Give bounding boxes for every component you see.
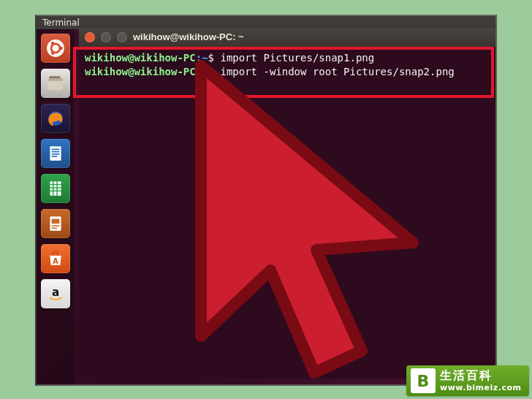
terminal-window-title: wikihow@wikihow-PC: ~ [133, 31, 244, 44]
launcher-firefox[interactable] [41, 104, 70, 133]
panel-app-title: Terminal [42, 18, 80, 28]
prompt-path: ~ [202, 66, 208, 77]
prompt-user: wikihow@wikihow-PC [85, 66, 196, 77]
prompt-dollar: $ [208, 52, 221, 64]
watermark-logo: B [411, 368, 436, 393]
svg-point-4 [51, 51, 55, 55]
svg-point-2 [59, 47, 63, 50]
files-icon [46, 74, 65, 93]
launcher-software[interactable]: A [41, 244, 70, 273]
svg-rect-11 [52, 151, 60, 153]
prompt-sep: : [196, 52, 202, 64]
terminal-titlebar: wikihow@wikihow-PC: ~ [79, 28, 495, 47]
prompt-path: ~ [202, 52, 208, 64]
svg-text:a: a [52, 286, 59, 299]
launcher-impress[interactable] [41, 209, 70, 238]
command-text: import -window root Pictures/snap2.png [220, 66, 454, 77]
svg-point-3 [51, 42, 55, 45]
launcher-writer[interactable] [41, 139, 70, 168]
prompt-sep: : [196, 66, 202, 77]
svg-rect-12 [52, 153, 60, 155]
window-minimize-icon[interactable] [101, 32, 111, 42]
launcher-amazon[interactable]: a [41, 279, 70, 308]
document-icon [46, 144, 65, 163]
amazon-icon: a [46, 284, 65, 303]
svg-rect-7 [48, 79, 63, 81]
svg-rect-18 [52, 227, 58, 229]
svg-rect-14 [50, 181, 61, 196]
terminal-output[interactable]: wikihow@wikihow-PC:~$ import Pictures/sn… [79, 47, 495, 83]
screenshot-frame: Terminal [35, 15, 497, 386]
unity-launcher: A a [37, 29, 75, 384]
watermark: B 生活百科 www.bimeiz.com [406, 365, 529, 396]
spreadsheet-icon [46, 179, 65, 198]
terminal-window[interactable]: wikihow@wikihow-PC: ~ wikihow@wikihow-PC… [79, 28, 495, 379]
svg-rect-17 [52, 225, 60, 227]
prompt-user: wikihow@wikihow-PC [85, 52, 196, 64]
launcher-files[interactable] [41, 69, 70, 98]
presentation-icon [46, 214, 65, 233]
watermark-title: 生活百科 [440, 370, 521, 381]
desktop-work-area: A a wikihow@wikihow-PC: ~ wikihow@wikiho… [37, 29, 495, 384]
window-close-icon[interactable] [85, 32, 95, 42]
ubuntu-icon [46, 39, 65, 58]
prompt-dollar: $ [208, 66, 221, 77]
launcher-calc[interactable] [41, 174, 70, 203]
command-text: import Pictures/snap1.png [220, 52, 374, 64]
window-maximize-icon[interactable] [117, 32, 127, 42]
svg-rect-10 [52, 149, 60, 151]
firefox-icon [46, 109, 65, 128]
svg-rect-16 [52, 219, 60, 224]
launcher-dash[interactable] [41, 34, 70, 63]
svg-rect-13 [52, 156, 58, 157]
svg-text:A: A [53, 257, 58, 265]
watermark-url: www.bimeiz.com [440, 384, 521, 392]
shopping-bag-icon: A [46, 249, 65, 268]
